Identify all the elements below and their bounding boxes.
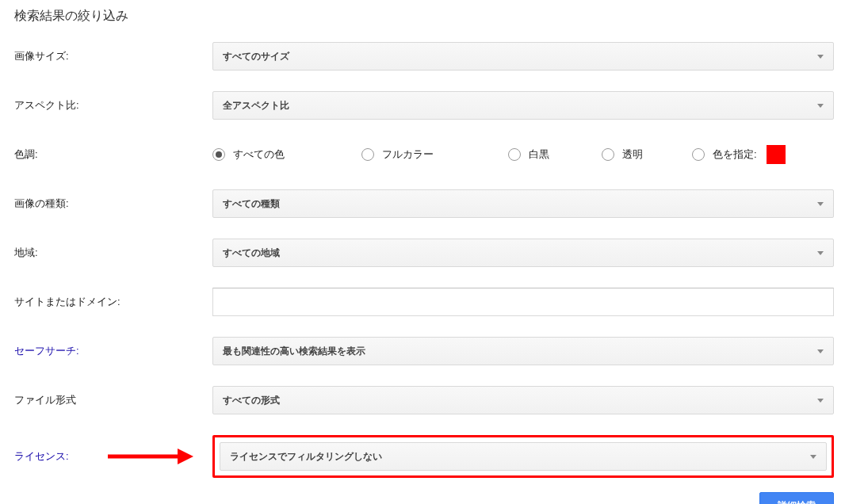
label-aspect-ratio: アスペクト比:	[14, 98, 212, 113]
radio-icon	[361, 148, 374, 161]
label-site: サイトまたはドメイン:	[14, 295, 212, 309]
dropdown-image-size-value: すべてのサイズ	[223, 50, 289, 63]
dropdown-image-size[interactable]: すべてのサイズ	[212, 42, 834, 71]
label-color: 色調:	[14, 147, 212, 162]
advanced-search-button[interactable]: 詳細検索	[759, 492, 834, 504]
dropdown-image-type[interactable]: すべての種類	[212, 189, 834, 218]
radio-group-color: すべての色 フルカラー 白黒 透明 色を指定:	[212, 145, 834, 164]
button-row: 詳細検索	[14, 492, 834, 504]
label-region: 地域:	[14, 246, 212, 260]
dropdown-aspect-ratio-value: 全アスペクト比	[223, 99, 289, 113]
radio-color-transparent-label: 透明	[622, 147, 643, 162]
dropdown-license[interactable]: ライセンスでフィルタリングしない	[220, 442, 827, 471]
dropdown-safesearch-value: 最も関連性の高い検索結果を表示	[223, 345, 365, 358]
dropdown-region-value: すべての地域	[223, 246, 280, 260]
label-image-size: 画像サイズ:	[14, 49, 212, 63]
radio-color-bw-label: 白黒	[529, 147, 549, 162]
dropdown-filetype-value: すべての形式	[223, 394, 280, 407]
row-filetype: ファイル形式 すべての形式	[14, 386, 834, 414]
radio-color-specify[interactable]: 色を指定:	[692, 145, 786, 164]
radio-color-full[interactable]: フルカラー	[361, 147, 508, 162]
dropdown-aspect-ratio[interactable]: 全アスペクト比	[212, 91, 834, 120]
label-filetype: ファイル形式	[14, 393, 212, 407]
label-image-type: 画像の種類:	[14, 197, 212, 211]
radio-color-specify-label: 色を指定:	[713, 147, 757, 162]
row-safesearch: セーフサーチ: 最も関連性の高い検索結果を表示	[14, 337, 834, 365]
radio-color-full-label: フルカラー	[382, 147, 434, 162]
dropdown-safesearch[interactable]: 最も関連性の高い検索結果を表示	[212, 337, 834, 365]
radio-icon	[602, 148, 614, 161]
input-site-domain[interactable]	[212, 288, 834, 316]
row-color: 色調: すべての色 フルカラー 白黒 透明 色を指定:	[14, 140, 834, 169]
color-swatch[interactable]	[767, 145, 786, 164]
svg-marker-1	[178, 449, 193, 464]
annotation-highlight-box: ライセンスでフィルタリングしない	[212, 435, 834, 478]
dropdown-filetype[interactable]: すべての形式	[212, 386, 834, 414]
dropdown-license-value: ライセンスでフィルタリングしない	[230, 450, 382, 464]
row-license: ライセンス: ライセンスでフィルタリングしない	[14, 435, 834, 478]
radio-color-transparent[interactable]: 透明	[602, 147, 692, 162]
annotation-arrow-icon	[108, 447, 195, 466]
radio-color-all[interactable]: すべての色	[212, 147, 361, 162]
row-region: 地域: すべての地域	[14, 239, 834, 267]
section-heading: 検索結果の絞り込み	[14, 8, 834, 25]
row-aspect-ratio: アスペクト比: 全アスペクト比	[14, 91, 834, 120]
radio-icon	[508, 148, 521, 161]
row-image-size: 画像サイズ: すべてのサイズ	[14, 42, 834, 71]
dropdown-image-type-value: すべての種類	[223, 197, 280, 211]
label-safesearch[interactable]: セーフサーチ:	[14, 344, 212, 358]
radio-color-all-label: すべての色	[233, 147, 285, 162]
radio-icon	[692, 148, 705, 161]
label-license[interactable]: ライセンス:	[14, 449, 69, 464]
radio-icon	[212, 148, 225, 161]
dropdown-region[interactable]: すべての地域	[212, 239, 834, 267]
row-image-type: 画像の種類: すべての種類	[14, 189, 834, 218]
row-site: サイトまたはドメイン:	[14, 288, 834, 316]
radio-color-bw[interactable]: 白黒	[508, 147, 602, 162]
